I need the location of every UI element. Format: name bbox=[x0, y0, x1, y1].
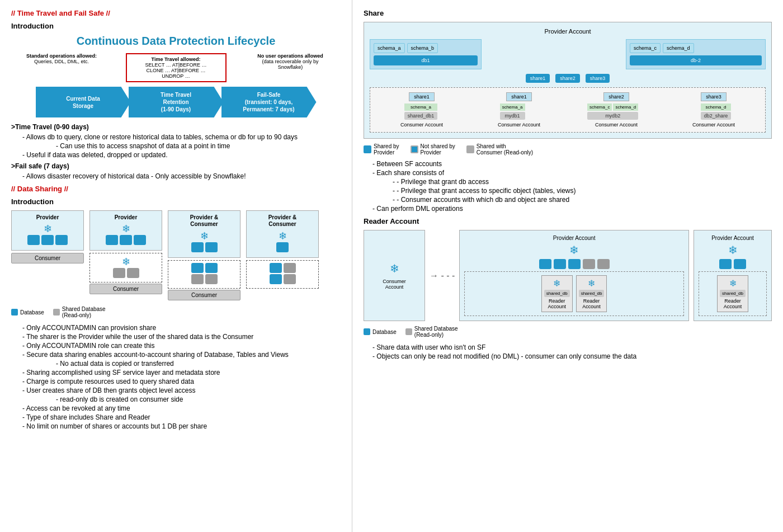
reader-db-row bbox=[464, 259, 684, 269]
sh-bullet-8: Access can be revoked at any time bbox=[22, 404, 341, 412]
box2-title: Provider bbox=[93, 214, 158, 220]
consumer-label-1: Consumer bbox=[11, 253, 84, 263]
box4-db-row bbox=[250, 242, 315, 252]
intro-label-2: Introduction bbox=[11, 197, 341, 206]
fs-bullet-1: Allows disaster recovery of historical d… bbox=[22, 172, 341, 180]
cs-schema-a: schema_a bbox=[404, 103, 438, 111]
reader-legend-db: Database bbox=[364, 326, 397, 338]
consumer-accounts-area: share1 share1 share2 share3 schema_a sha… bbox=[370, 87, 766, 133]
legend-database: Database bbox=[11, 306, 44, 318]
schema-row-1: schema_a schema_b bbox=[374, 43, 478, 53]
db-cyl-11 bbox=[276, 242, 289, 252]
ca-label-3: Consumer Account bbox=[595, 122, 638, 128]
reader-provider-right: Provider Account ❄ ❄ shared_db ReaderAcc… bbox=[694, 230, 772, 321]
cdp-top-row: Standard operations allowed:Queries, DDL… bbox=[11, 53, 341, 82]
r-db-5 bbox=[597, 259, 610, 269]
sb-sub-1: - Privilege that grant db access bbox=[393, 178, 772, 186]
r2-db-1 bbox=[719, 259, 732, 269]
section2-title: // Data Sharing // bbox=[11, 185, 341, 193]
sharing-legend: Database Shared Database(Read-only) bbox=[11, 306, 341, 319]
ca-label-2: Consumer Account bbox=[498, 122, 540, 128]
reader-accounts-inner-2: ❄ shared_db ReaderAccount bbox=[699, 271, 767, 316]
sb-sub-3: - Consumer accounts with which db and ob… bbox=[393, 196, 772, 204]
rb-1: Share data with user who isn't on SF bbox=[372, 343, 772, 351]
shared-cyl-5 bbox=[284, 263, 296, 273]
legend-shared-by-provider: Shared byProvider bbox=[364, 143, 399, 156]
schema-a: schema_a bbox=[374, 43, 405, 53]
r-label-1: ReaderAccount bbox=[544, 298, 570, 309]
right-panel: Share Provider Account schema_a schema_b… bbox=[352, 0, 783, 532]
cs-schema-d2: schema_d bbox=[701, 103, 732, 111]
sh-bullet-10: No limit on number of shares or accounts… bbox=[22, 422, 341, 430]
db-cyl-2 bbox=[41, 235, 54, 245]
cs-schema-c: schema_c bbox=[587, 103, 612, 111]
r-sf-icon-2: ❄ bbox=[579, 278, 605, 289]
schema-c: schema_c bbox=[630, 43, 661, 53]
sh-bullet-2: The sharer is the Provider while the use… bbox=[22, 333, 341, 341]
shared-cyl-4 bbox=[205, 274, 218, 284]
sh-bullet-3: Only ACCOUNTADMIN role can create this bbox=[22, 342, 341, 350]
cdp-arrows: Current DataStorage Time TravelRetention… bbox=[11, 87, 341, 117]
db2-block: db-2 bbox=[630, 55, 762, 65]
consumer-db1: schema_a shared_db1 bbox=[404, 103, 438, 120]
consumer-dashed-box-3 bbox=[168, 260, 240, 289]
ca-sf-icon: ❄ bbox=[390, 262, 399, 275]
reader-legend-shared: Shared Database(Read-only) bbox=[405, 326, 458, 338]
reader-db-row-2 bbox=[699, 259, 767, 269]
reader-legend: Database Shared Database(Read-only) bbox=[364, 326, 772, 339]
consumer-share-row: share1 share1 share2 share3 bbox=[375, 92, 761, 101]
consumer-dashed-box-4 bbox=[246, 260, 319, 289]
no-user-ops: No user operations allowed(data recovera… bbox=[240, 53, 341, 70]
rl-shared-color bbox=[405, 328, 412, 335]
r-sf-icon-3: ❄ bbox=[720, 278, 746, 289]
rb-2: Objects can only be read not modified (n… bbox=[372, 352, 772, 360]
sharing-box-1: Provider ❄ Consumer bbox=[11, 210, 84, 300]
legend-shared-db: Shared Database(Read-only) bbox=[53, 306, 106, 318]
sb-2: Each share consists of bbox=[372, 169, 772, 177]
consumer-sf-icon-2: ❄ bbox=[92, 256, 159, 268]
intro-label-1: Introduction bbox=[11, 22, 341, 30]
sharing-bullets: Only ACCOUNTADMIN can provision share Th… bbox=[22, 324, 341, 430]
consumer-db-row-4a bbox=[249, 263, 316, 273]
arrow-current-storage: Current DataStorage bbox=[36, 87, 131, 117]
consumer-db3: schema_c schema_d mydb2 bbox=[587, 103, 638, 120]
standard-ops: Standard operations allowed:Queries, DDL… bbox=[11, 53, 112, 64]
ca-text: ConsumerAccount bbox=[383, 279, 406, 290]
consumer-db-row-3b bbox=[171, 274, 238, 284]
consumer-db-row-4b bbox=[249, 274, 316, 284]
db-cyl-8 bbox=[205, 242, 218, 252]
share-title: Share bbox=[364, 9, 772, 17]
r-sf-icon-1: ❄ bbox=[544, 278, 570, 289]
r2-db-2 bbox=[734, 259, 746, 269]
schema-d: schema_d bbox=[663, 43, 694, 53]
arrow-time-travel: Time TravelRetention(1-90 Days) bbox=[129, 87, 224, 117]
consumer-account-left: ❄ ConsumerAccount bbox=[364, 230, 425, 321]
reader-sf-icon-2: ❄ bbox=[699, 243, 767, 257]
shared-cyl-6 bbox=[284, 274, 296, 284]
time-travel-bullets: Allows db to query, clone or restore his… bbox=[22, 133, 341, 159]
r-shared-db-1: shared_db bbox=[544, 290, 570, 297]
sh-bullet-4: Secure data sharing enables account-to-a… bbox=[22, 351, 341, 359]
box1-sf-icon: ❄ bbox=[15, 223, 80, 235]
sh-bullet-7: User creates share of DB then grants obj… bbox=[22, 387, 341, 394]
consumer-db4: schema_d db2_share bbox=[701, 103, 732, 120]
box4-sf-icon: ❄ bbox=[250, 230, 315, 242]
legend-db-color bbox=[11, 309, 18, 316]
sharing-diagram: Provider ❄ Consumer Provider ❄ bbox=[11, 210, 341, 300]
consumer-label-2: Consumer bbox=[89, 284, 162, 294]
r-shared-db-2: shared_db bbox=[579, 290, 605, 297]
cs-mydb2: mydb2 bbox=[587, 112, 638, 120]
db1-group: schema_a schema_b db1 bbox=[370, 39, 482, 69]
sh-sub-bullet-2: read-only db is created on consumer side bbox=[56, 396, 341, 403]
fail-safe-header: >Fail safe (7 days) bbox=[11, 162, 341, 170]
reader-bullets: Share data with user who isn't on SF Obj… bbox=[372, 343, 772, 360]
cdp-title: Continuous Data Protection Lifecycle bbox=[11, 35, 341, 48]
db-cyl-7 bbox=[191, 242, 204, 252]
consumer-share3: share3 bbox=[701, 92, 727, 101]
legend-blue-sq bbox=[364, 145, 371, 153]
reader-provider-main: Provider Account ❄ ❄ shared_db ReaderAcc… bbox=[459, 230, 689, 321]
sharing-box-3: Provider &Consumer ❄ Consumer bbox=[168, 210, 240, 300]
consumer-share2: share2 bbox=[603, 92, 629, 101]
legend-shared-color bbox=[53, 309, 60, 316]
share2-block: share2 bbox=[555, 74, 580, 83]
